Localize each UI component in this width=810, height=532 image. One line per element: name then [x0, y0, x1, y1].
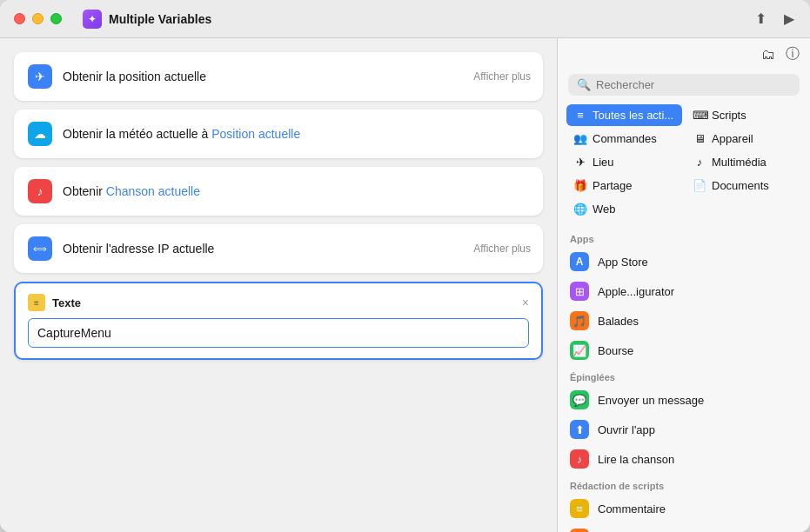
action-card-chanson: ♪ Obtenir Chanson actuelle — [14, 167, 543, 216]
category-label-partage: Partage — [592, 179, 633, 192]
afficher-resultat-icon: □ — [570, 529, 589, 532]
ouvrir-app-icon: ⬆ — [570, 420, 589, 439]
toutes-icon: ≡ — [573, 109, 587, 122]
action-title-ip: Obtenir l'adresse IP actuelle — [63, 242, 214, 256]
commandes-icon: 👥 — [573, 132, 587, 145]
category-documents[interactable]: 📄 Documents — [686, 175, 801, 196]
multimedia-icon: ♪ — [693, 156, 706, 169]
sidebar-item-label-lire-chanson: Lire la chanson — [598, 453, 674, 466]
close-button[interactable] — [14, 13, 25, 24]
workflow-panel: ✈ Obtenir la position actuelle Afficher … — [0, 38, 558, 532]
sidebar-content: Apps A App Store ⊞ Apple...igurator 🎵 Ba… — [558, 223, 810, 532]
category-label-lieu: Lieu — [592, 156, 614, 169]
category-label-web: Web — [592, 203, 616, 216]
main-content: ✈ Obtenir la position actuelle Afficher … — [0, 38, 810, 532]
category-commandes[interactable]: 👥 Commandes — [566, 128, 682, 150]
lire-chanson-icon: ♪ — [570, 449, 589, 469]
action-link-chanson[interactable]: Chanson actuelle — [106, 184, 200, 198]
app-icon: ✦ — [83, 10, 102, 29]
action-icon-chanson: ♪ — [28, 179, 52, 203]
category-label-multimedia: Multimédia — [712, 156, 766, 169]
category-label-appareil: Appareil — [712, 132, 753, 145]
sidebar-item-bourse[interactable]: 📈 Bourse — [558, 336, 810, 365]
text-card-header: ≡ Texte × — [28, 294, 529, 311]
commentaire-icon: ≡ — [570, 499, 589, 518]
sidebar-item-afficher-resultat[interactable]: □ Afficher le résultat — [558, 523, 810, 532]
action-icon-position: ✈ — [28, 64, 52, 89]
scripts-icon: ⌨ — [693, 109, 706, 122]
text-card-label: Texte — [52, 296, 81, 309]
traffic-lights — [14, 13, 62, 24]
sidebar-item-commentaire[interactable]: ≡ Commentaire — [558, 494, 810, 523]
search-input[interactable] — [596, 78, 791, 91]
category-lieu[interactable]: ✈ Lieu — [566, 151, 682, 173]
action-title-position: Obtenir la position actuelle — [63, 70, 206, 83]
sidebar-item-balades[interactable]: 🎵 Balades — [558, 306, 810, 336]
window-title: Multiple Variables — [109, 12, 211, 26]
text-card-title-row: ≡ Texte — [28, 294, 81, 311]
action-card-position: ✈ Obtenir la position actuelle Afficher … — [14, 52, 543, 101]
category-label-documents: Documents — [712, 179, 769, 192]
action-title-meteo: Obtenir la météo actuelle à Position act… — [63, 127, 300, 141]
section-label-epinglees: Épinglées — [558, 365, 810, 385]
sidebar-item-envoyer-message[interactable]: 💬 Envoyer un message — [558, 385, 810, 415]
web-icon: 🌐 — [573, 203, 587, 216]
category-appareil[interactable]: 🖥 Appareil — [686, 128, 801, 150]
partage-icon: 🎁 — [573, 179, 587, 192]
sidebar-item-appstore[interactable]: A App Store — [558, 247, 810, 276]
section-label-scripts: Rédaction de scripts — [558, 474, 810, 494]
category-label-scripts: Scripts — [712, 109, 746, 122]
text-card-close-button[interactable]: × — [522, 296, 529, 309]
text-card-input[interactable] — [28, 318, 529, 348]
action-icon-meteo: ☁ — [28, 122, 52, 146]
category-toutes[interactable]: ≡ Toutes les acti... — [566, 104, 682, 126]
action-title-chanson: Obtenir Chanson actuelle — [63, 184, 200, 198]
sidebar-item-label-commentaire: Commentaire — [598, 502, 666, 515]
minimize-button[interactable] — [32, 13, 44, 24]
sidebar-item-label-bourse: Bourse — [598, 344, 633, 357]
balades-icon: 🎵 — [570, 311, 589, 330]
action-card-meteo: ☁ Obtenir la météo actuelle à Position a… — [14, 110, 543, 158]
sidebar-item-applefigurator[interactable]: ⊞ Apple...igurator — [558, 276, 810, 306]
category-multimedia[interactable]: ♪ Multimédia — [686, 151, 801, 173]
sidebar-item-label-ouvrir-app: Ouvrir l'app — [598, 423, 655, 436]
sidebar-item-label-envoyer-message: Envoyer un message — [598, 394, 704, 407]
documents-icon: 📄 — [693, 179, 706, 192]
search-box: 🔍 — [568, 74, 800, 96]
appareil-icon: 🖥 — [693, 132, 706, 145]
category-grid: ≡ Toutes les acti... ⌨ Scripts 👥 Command… — [558, 99, 810, 223]
category-scripts[interactable]: ⌨ Scripts — [686, 104, 801, 126]
category-web[interactable]: 🌐 Web — [566, 198, 682, 220]
applefigurator-icon: ⊞ — [570, 282, 589, 301]
action-link-meteo[interactable]: Position actuelle — [211, 127, 300, 141]
afficher-plus-position[interactable]: Afficher plus — [473, 70, 531, 83]
sidebar-item-ouvrir-app[interactable]: ⬆ Ouvrir l'app — [558, 415, 810, 444]
sidebar: 🗂 ⓘ 🔍 ≡ Toutes les acti... ⌨ Scripts — [558, 38, 810, 532]
section-label-apps: Apps — [558, 227, 810, 247]
sidebar-item-lire-chanson[interactable]: ♪ Lire la chanson — [558, 444, 810, 474]
maximize-button[interactable] — [50, 13, 62, 24]
afficher-plus-ip[interactable]: Afficher plus — [473, 243, 531, 255]
lieu-icon: ✈ — [573, 156, 587, 169]
sidebar-info-button[interactable]: ⓘ — [786, 45, 800, 63]
play-button[interactable]: ▶ — [782, 9, 796, 29]
sidebar-item-label-balades: Balades — [598, 315, 639, 328]
sidebar-item-label-applefigurator: Apple...igurator — [598, 285, 674, 298]
category-label-toutes: Toutes les acti... — [592, 109, 673, 122]
category-partage[interactable]: 🎁 Partage — [566, 175, 682, 196]
app-icon-area: ✦ Multiple Variables — [72, 10, 211, 29]
action-card-ip: ⟺ Obtenir l'adresse IP actuelle Afficher… — [14, 224, 543, 273]
app-window: ✦ Multiple Variables ⬆ ▶ ✈ Obtenir la po… — [0, 0, 810, 532]
sidebar-add-button[interactable]: 🗂 — [761, 45, 775, 63]
titlebar-actions: ⬆ ▶ — [753, 9, 796, 29]
share-button[interactable]: ⬆ — [753, 9, 768, 29]
sidebar-top-actions: 🗂 ⓘ — [558, 38, 810, 67]
appstore-icon: A — [570, 252, 589, 271]
sidebar-item-label-appstore: App Store — [598, 256, 648, 269]
text-action-card: ≡ Texte × — [14, 282, 543, 360]
bourse-icon: 📈 — [570, 341, 589, 360]
titlebar: ✦ Multiple Variables ⬆ ▶ — [0, 0, 810, 38]
search-icon: 🔍 — [577, 78, 591, 91]
action-icon-ip: ⟺ — [28, 236, 52, 261]
text-card-icon: ≡ — [28, 294, 45, 311]
